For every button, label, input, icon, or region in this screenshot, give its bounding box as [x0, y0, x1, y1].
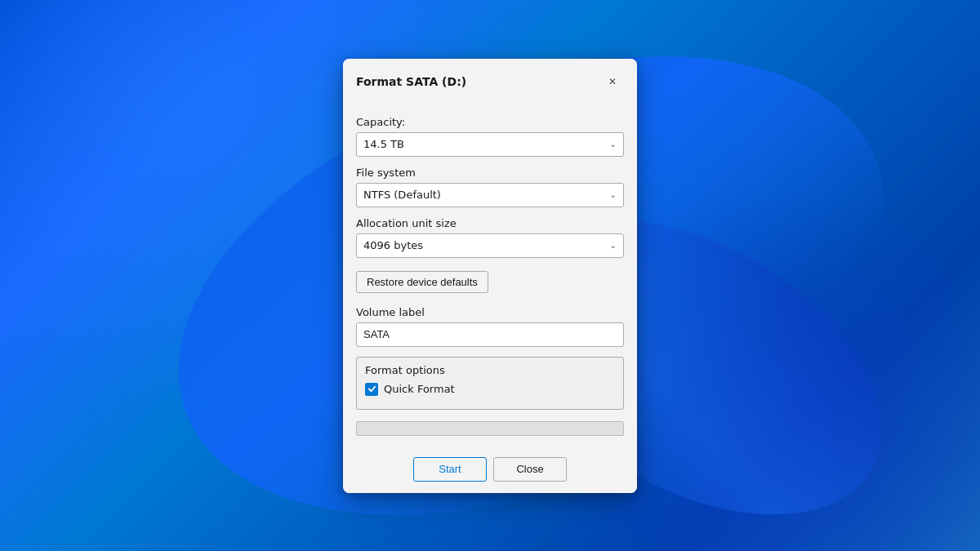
- quick-format-checkbox[interactable]: [365, 383, 378, 396]
- allocation-dropdown[interactable]: 4096 bytes ⌄: [356, 233, 624, 258]
- start-button[interactable]: Start: [413, 457, 487, 482]
- dialog-footer: Start Close: [343, 449, 637, 493]
- dialog-title-bar: Format SATA (D:) ✕: [343, 59, 637, 103]
- volume-label-input[interactable]: [356, 322, 624, 347]
- format-options-label: Format options: [365, 364, 615, 376]
- close-button[interactable]: Close: [493, 457, 567, 482]
- capacity-dropdown[interactable]: 14.5 TB ⌄: [356, 132, 624, 157]
- volume-label-label: Volume label: [356, 306, 624, 318]
- checkmark-icon: [368, 384, 376, 393]
- filesystem-chevron-down-icon: ⌄: [610, 190, 617, 199]
- format-options-box: Format options Quick Format: [356, 357, 624, 410]
- close-icon: ✕: [608, 76, 617, 87]
- allocation-label: Allocation unit size: [356, 217, 624, 229]
- allocation-value: 4096 bytes: [363, 239, 423, 251]
- filesystem-dropdown[interactable]: NTFS (Default) ⌄: [356, 183, 624, 207]
- dialog-body: Capacity: 14.5 TB ⌄ File system NTFS (De…: [343, 103, 637, 449]
- dialog-title: Format SATA (D:): [356, 75, 466, 88]
- close-icon-button[interactable]: ✕: [601, 70, 624, 93]
- quick-format-row[interactable]: Quick Format: [365, 383, 615, 396]
- format-dialog: Format SATA (D:) ✕ Capacity: 14.5 TB ⌄ F…: [343, 59, 637, 493]
- capacity-value: 14.5 TB: [363, 138, 404, 150]
- filesystem-label: File system: [356, 167, 624, 179]
- filesystem-value: NTFS (Default): [363, 189, 441, 201]
- dialog-overlay: Format SATA (D:) ✕ Capacity: 14.5 TB ⌄ F…: [0, 0, 980, 551]
- capacity-chevron-down-icon: ⌄: [610, 140, 617, 149]
- allocation-chevron-down-icon: ⌄: [610, 241, 617, 250]
- quick-format-label: Quick Format: [384, 383, 455, 395]
- progress-bar-container: [356, 421, 624, 436]
- restore-defaults-button[interactable]: Restore device defaults: [356, 271, 488, 293]
- capacity-label: Capacity:: [356, 116, 624, 128]
